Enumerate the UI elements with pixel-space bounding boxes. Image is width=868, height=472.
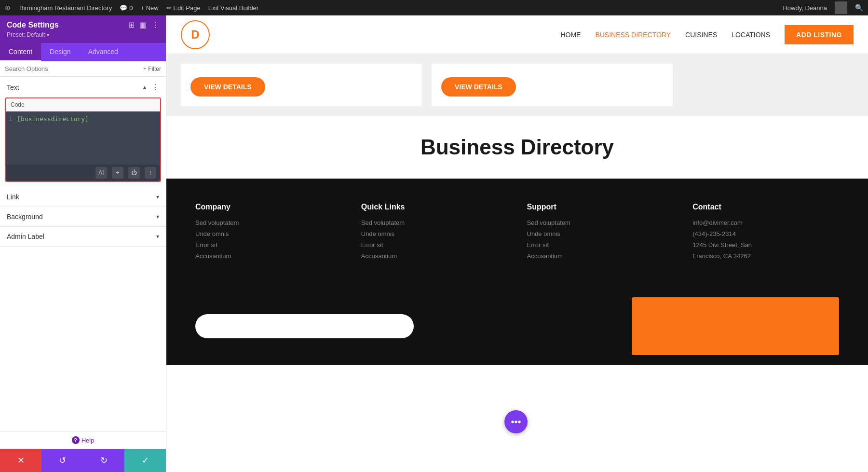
search-options-input[interactable]: [5, 65, 139, 72]
code-editor-area[interactable]: 1 [businessdirectory]: [6, 111, 160, 165]
footer-quicklinks-link-1[interactable]: Sed voluptatem: [361, 219, 508, 226]
filter-label: + Filter: [143, 66, 161, 72]
code-editor-wrapper: Code 1 [businessdirectory] AI + ⏻ ↕: [5, 97, 161, 182]
footer-company-link-3[interactable]: Error sit: [195, 241, 342, 249]
new-button[interactable]: + New: [140, 4, 158, 12]
save-button[interactable]: ✓: [124, 449, 166, 472]
power-button[interactable]: ⏻: [128, 167, 140, 179]
code-shortcode-text: [businessdirectory]: [17, 115, 89, 123]
site-logo: D: [181, 20, 210, 49]
site-name[interactable]: Birmingham Restaurant Directory: [19, 4, 112, 12]
footer-company-link-4[interactable]: Accusantium: [195, 252, 342, 260]
footer-quicklinks-link-3[interactable]: Error sit: [361, 241, 508, 249]
howdy-text: Howdy, Deanna: [783, 4, 827, 12]
avatar: [835, 1, 847, 14]
dots-icon: •••: [511, 416, 521, 428]
panel-search-bar: + Filter: [0, 61, 166, 77]
help-label: Help: [81, 437, 95, 444]
text-section-title: Text: [7, 83, 19, 91]
tab-content[interactable]: Content: [0, 43, 41, 61]
admin-label-section-title: Admin Label: [7, 233, 44, 240]
card-1: VIEW DETAILS: [181, 64, 422, 106]
code-editor-label: Code: [6, 98, 160, 111]
tab-advanced[interactable]: Advanced: [80, 43, 127, 61]
footer-support-link-2[interactable]: Unde omnis: [527, 230, 674, 237]
redo-icon: ↻: [100, 455, 108, 466]
tab-design[interactable]: Design: [41, 43, 80, 61]
check-icon: ✓: [142, 455, 149, 466]
biz-dir-title: Business Directory: [176, 135, 858, 159]
view-details-button-2[interactable]: VIEW DETAILS: [441, 77, 516, 97]
footer-support-link-4[interactable]: Accusantium: [527, 252, 674, 260]
footer-contact-link-1[interactable]: info@divimer.com: [692, 219, 839, 226]
footer-col-contact: Contact info@divimer.com (434)-235-2314 …: [692, 203, 839, 264]
code-editor-toolbar: AI + ⏻ ↕: [6, 165, 160, 181]
panel-header-icons: ⊞ ▦ ⋮: [128, 20, 159, 29]
section-header-right: ▲ ⋮: [142, 83, 159, 92]
admin-label-chevron: ▾: [156, 233, 159, 240]
link-section-header[interactable]: Link ▾: [0, 187, 166, 207]
footer-company-link-1[interactable]: Sed voluptatem: [195, 219, 342, 226]
panel-icon-columns[interactable]: ⊞: [128, 20, 135, 29]
footer-quicklinks-link-2[interactable]: Unde omnis: [361, 230, 508, 237]
footer-quicklinks-link-4[interactable]: Accusantium: [361, 252, 508, 260]
link-section-title: Link: [7, 193, 19, 201]
nav-link-home[interactable]: HOME: [560, 31, 581, 39]
text-section-dots[interactable]: ⋮: [151, 83, 159, 92]
biz-dir-section: Business Directory: [166, 116, 868, 179]
add-code-button[interactable]: +: [112, 167, 123, 179]
text-section-header[interactable]: Text ▲ ⋮: [0, 77, 166, 97]
filter-button[interactable]: + Filter: [143, 66, 161, 72]
sort-button[interactable]: ↕: [145, 167, 156, 179]
ai-button[interactable]: AI: [95, 167, 107, 179]
left-panel: Code Settings ⊞ ▦ ⋮ Preset: Default ▾ Co…: [0, 15, 166, 472]
bottom-search-bar[interactable]: [195, 314, 414, 338]
code-content: [businessdirectory]: [17, 115, 89, 161]
footer-support-link-1[interactable]: Sed voluptatem: [527, 219, 674, 226]
footer-contact-link-2[interactable]: (434)-235-2314: [692, 230, 839, 237]
background-section: Background ▾: [0, 207, 166, 227]
panel-icon-grid[interactable]: ▦: [139, 20, 147, 29]
footer-support-title: Support: [527, 203, 674, 211]
floating-action-button[interactable]: •••: [504, 410, 528, 433]
exit-visual-builder-link[interactable]: Exit Visual Builder: [208, 4, 259, 12]
view-details-button-1[interactable]: VIEW DETAILS: [190, 77, 265, 97]
admin-label-section-header[interactable]: Admin Label ▾: [0, 227, 166, 246]
panel-header: Code Settings ⊞ ▦ ⋮ Preset: Default ▾: [0, 15, 166, 43]
text-section-chevron: ▲: [142, 84, 148, 91]
chevron-down-icon: ▾: [47, 32, 49, 38]
comment-icon: 💬: [120, 4, 127, 12]
undo-icon: ↺: [59, 455, 66, 466]
footer-col-company: Company Sed voluptatem Unde omnis Error …: [195, 203, 342, 264]
cancel-button[interactable]: ✕: [0, 449, 41, 472]
footer-col-quicklinks: Quick Links Sed voluptatem Unde omnis Er…: [361, 203, 508, 264]
nav-link-locations[interactable]: LOCATIONS: [732, 31, 770, 39]
edit-page-link[interactable]: ✏ Edit Page: [166, 4, 201, 12]
search-icon[interactable]: 🔍: [855, 4, 863, 12]
panel-preset[interactable]: Preset: Default ▾: [7, 31, 159, 38]
orange-block: [632, 297, 839, 355]
help-link[interactable]: ? Help: [5, 436, 161, 444]
panel-content: Text ▲ ⋮ Code 1 [businessdirectory]: [0, 77, 166, 431]
history-button[interactable]: ↺: [41, 449, 83, 472]
background-section-header[interactable]: Background ▾: [0, 207, 166, 226]
panel-icon-more[interactable]: ⋮: [151, 20, 159, 29]
panel-bottom-bar: ? Help: [0, 431, 166, 449]
footer-company-link-2[interactable]: Unde omnis: [195, 230, 342, 237]
comments-link[interactable]: 💬 0: [120, 4, 133, 12]
panel-actions: ✕ ↺ ↻ ✓: [0, 449, 166, 472]
right-content: D HOME BUSINESS DIRECTORY CUISINES LOCAT…: [166, 15, 868, 472]
footer-contact-link-4[interactable]: Francisco, CA 34262: [692, 252, 839, 260]
link-section: Link ▾: [0, 187, 166, 207]
redo-button[interactable]: ↻: [83, 449, 124, 472]
wp-logo-icon[interactable]: ⊕: [5, 4, 11, 12]
nav-link-business-directory[interactable]: BUSINESS DIRECTORY: [595, 31, 671, 39]
text-section: Text ▲ ⋮ Code 1 [businessdirectory]: [0, 77, 166, 187]
add-listing-button[interactable]: ADD LISTING: [785, 25, 854, 44]
wp-admin-bar: ⊕ Birmingham Restaurant Directory 💬 0 + …: [0, 0, 868, 15]
footer-quicklinks-title: Quick Links: [361, 203, 508, 211]
background-section-chevron: ▾: [156, 213, 159, 220]
nav-link-cuisines[interactable]: CUISINES: [685, 31, 717, 39]
footer-contact-link-3[interactable]: 1245 Divi Street, San: [692, 241, 839, 249]
footer-support-link-3[interactable]: Error sit: [527, 241, 674, 249]
